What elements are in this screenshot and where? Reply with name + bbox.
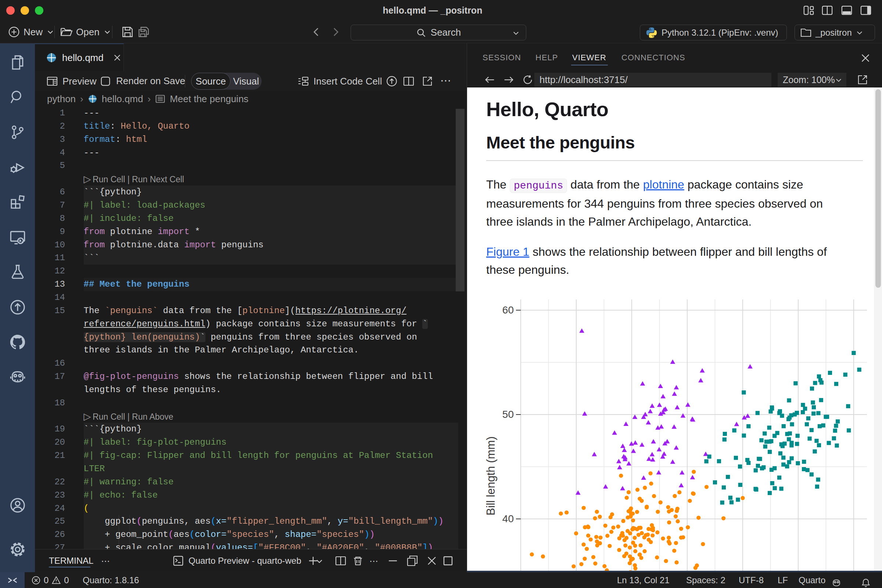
svg-text:50: 50	[502, 409, 514, 420]
svg-text:40: 40	[502, 513, 514, 524]
svg-text:Bill length (mm): Bill length (mm)	[484, 436, 497, 515]
svg-text:60: 60	[502, 304, 514, 316]
